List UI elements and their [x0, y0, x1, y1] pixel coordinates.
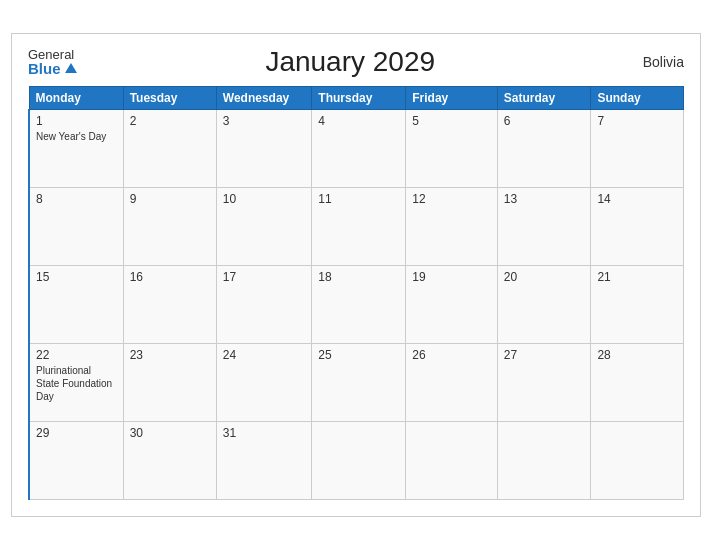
calendar-cell: 23 [123, 344, 216, 422]
weekday-header-sunday: Sunday [591, 87, 684, 110]
weekday-header-saturday: Saturday [497, 87, 591, 110]
calendar-wrapper: General Blue January 2029 Bolivia Monday… [11, 33, 701, 517]
calendar-country: Bolivia [624, 54, 684, 70]
calendar-cell: 28 [591, 344, 684, 422]
calendar-cell: 30 [123, 422, 216, 500]
day-number: 11 [318, 192, 399, 206]
calendar-cell: 27 [497, 344, 591, 422]
week-row-2: 891011121314 [29, 188, 684, 266]
calendar-cell [406, 422, 498, 500]
day-number: 24 [223, 348, 306, 362]
day-number: 13 [504, 192, 585, 206]
day-number: 4 [318, 114, 399, 128]
calendar-cell: 2 [123, 110, 216, 188]
calendar-cell: 21 [591, 266, 684, 344]
day-event: New Year's Day [36, 130, 117, 143]
calendar-cell [591, 422, 684, 500]
calendar-cell: 26 [406, 344, 498, 422]
calendar-cell: 18 [312, 266, 406, 344]
calendar-cell: 19 [406, 266, 498, 344]
calendar-cell: 25 [312, 344, 406, 422]
calendar-cell: 7 [591, 110, 684, 188]
logo: General Blue [28, 48, 77, 76]
day-number: 10 [223, 192, 306, 206]
day-number: 18 [318, 270, 399, 284]
calendar-cell: 3 [216, 110, 312, 188]
calendar-thead: MondayTuesdayWednesdayThursdayFridaySatu… [29, 87, 684, 110]
day-number: 27 [504, 348, 585, 362]
day-event: Plurinational State Foundation Day [36, 364, 117, 403]
calendar-cell: 15 [29, 266, 123, 344]
calendar-cell: 14 [591, 188, 684, 266]
logo-blue-text: Blue [28, 61, 77, 76]
calendar-cell: 11 [312, 188, 406, 266]
calendar-cell: 29 [29, 422, 123, 500]
day-number: 17 [223, 270, 306, 284]
weekday-header-thursday: Thursday [312, 87, 406, 110]
day-number: 8 [36, 192, 117, 206]
calendar-cell: 8 [29, 188, 123, 266]
day-number: 28 [597, 348, 677, 362]
week-row-4: 22Plurinational State Foundation Day2324… [29, 344, 684, 422]
day-number: 1 [36, 114, 117, 128]
calendar-cell: 10 [216, 188, 312, 266]
weekday-header-monday: Monday [29, 87, 123, 110]
day-number: 21 [597, 270, 677, 284]
day-number: 9 [130, 192, 210, 206]
weekday-header-wednesday: Wednesday [216, 87, 312, 110]
day-number: 12 [412, 192, 491, 206]
day-number: 7 [597, 114, 677, 128]
calendar-cell: 6 [497, 110, 591, 188]
day-number: 23 [130, 348, 210, 362]
week-row-5: 293031 [29, 422, 684, 500]
day-number: 29 [36, 426, 117, 440]
day-number: 6 [504, 114, 585, 128]
day-number: 5 [412, 114, 491, 128]
weekday-header-tuesday: Tuesday [123, 87, 216, 110]
logo-triangle-icon [65, 63, 77, 73]
calendar-cell: 17 [216, 266, 312, 344]
calendar-cell: 16 [123, 266, 216, 344]
calendar-cell: 13 [497, 188, 591, 266]
calendar-cell: 5 [406, 110, 498, 188]
calendar-grid: MondayTuesdayWednesdayThursdayFridaySatu… [28, 86, 684, 500]
calendar-cell [497, 422, 591, 500]
day-number: 14 [597, 192, 677, 206]
weekday-header-row: MondayTuesdayWednesdayThursdayFridaySatu… [29, 87, 684, 110]
day-number: 25 [318, 348, 399, 362]
calendar-header: General Blue January 2029 Bolivia [28, 46, 684, 78]
calendar-cell: 20 [497, 266, 591, 344]
week-row-3: 15161718192021 [29, 266, 684, 344]
day-number: 19 [412, 270, 491, 284]
day-number: 16 [130, 270, 210, 284]
calendar-cell: 4 [312, 110, 406, 188]
calendar-cell: 12 [406, 188, 498, 266]
day-number: 2 [130, 114, 210, 128]
calendar-cell: 1New Year's Day [29, 110, 123, 188]
calendar-cell: 9 [123, 188, 216, 266]
calendar-title: January 2029 [77, 46, 624, 78]
day-number: 22 [36, 348, 117, 362]
week-row-1: 1New Year's Day234567 [29, 110, 684, 188]
day-number: 30 [130, 426, 210, 440]
calendar-tbody: 1New Year's Day2345678910111213141516171… [29, 110, 684, 500]
day-number: 31 [223, 426, 306, 440]
day-number: 3 [223, 114, 306, 128]
weekday-header-friday: Friday [406, 87, 498, 110]
day-number: 20 [504, 270, 585, 284]
calendar-cell: 31 [216, 422, 312, 500]
calendar-cell: 24 [216, 344, 312, 422]
day-number: 15 [36, 270, 117, 284]
day-number: 26 [412, 348, 491, 362]
calendar-cell [312, 422, 406, 500]
calendar-cell: 22Plurinational State Foundation Day [29, 344, 123, 422]
